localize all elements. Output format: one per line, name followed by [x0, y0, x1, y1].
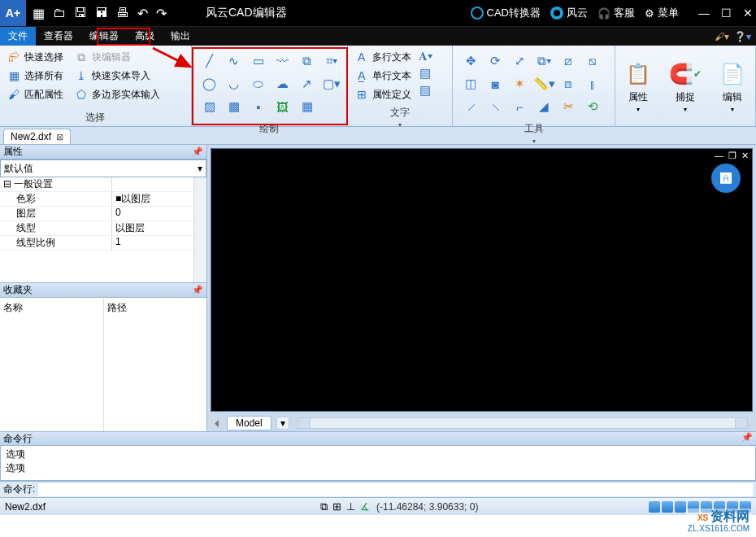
offset-tool-icon[interactable]: ◙	[484, 73, 506, 94]
menu-file[interactable]: 文件	[0, 27, 36, 46]
mirror-tool-icon[interactable]: ◫	[459, 73, 482, 94]
layout-menu-icon[interactable]: ▾	[276, 417, 289, 430]
edit-button[interactable]: 📄 编辑▾	[710, 56, 755, 116]
snap-button[interactable]: 🧲✔ 捕捉▾	[663, 56, 708, 116]
quick-entity-import-button[interactable]: ⤓快速实体导入	[72, 68, 162, 84]
pin-icon[interactable]: 📌	[192, 285, 203, 295]
align-tool-icon[interactable]: ⫿	[581, 73, 604, 94]
revcloud-tool-icon[interactable]: ☁	[272, 73, 294, 94]
prop-color-value[interactable]: ■以图层	[112, 192, 206, 206]
block-editor-button[interactable]: ⧉块编辑器	[72, 49, 162, 65]
trim-tool-icon[interactable]: ⟋	[459, 96, 482, 117]
pin-icon[interactable]: 📌	[741, 432, 753, 445]
command-log[interactable]: 选项 选项	[0, 445, 756, 481]
save-icon[interactable]: 🖫	[74, 6, 87, 20]
properties-scrollbar[interactable]	[193, 177, 206, 282]
horizontal-scrollbar[interactable]	[298, 417, 748, 429]
redo-icon[interactable]: ↷	[156, 6, 167, 21]
model-tab[interactable]: Model	[227, 416, 272, 430]
clip2-tool-icon[interactable]: ⧅	[581, 50, 604, 72]
fillet-tool-icon[interactable]: ⌐	[508, 96, 531, 117]
save-as-icon[interactable]: 🖬	[95, 6, 108, 20]
prop-group-general[interactable]: ⊟ 一般设置	[0, 177, 112, 191]
polygon-entity-input-button[interactable]: ⬠多边形实体输入	[72, 86, 162, 103]
text-panel-expand[interactable]: ▾	[348, 121, 453, 129]
measure-tool-icon[interactable]: 📏▾	[532, 73, 555, 94]
menu-editor[interactable]: 编辑器	[81, 27, 127, 46]
support-link[interactable]: 🎧客服	[597, 6, 635, 20]
textstyle-icon[interactable]: 𝐀▾	[419, 49, 432, 63]
spline-tool-icon[interactable]: 〰	[272, 50, 294, 72]
tools-panel-expand[interactable]: ▾	[453, 138, 615, 145]
status-snap-icon[interactable]: ⧉	[320, 500, 328, 513]
hatch-tool-icon[interactable]: ▨	[198, 96, 221, 117]
hatch2-tool-icon[interactable]: ▩	[223, 96, 245, 117]
canvas-minimize-icon[interactable]: —	[715, 151, 723, 161]
ray-tool-icon[interactable]: ↗	[296, 73, 319, 94]
canvas-close-icon[interactable]: ✕	[741, 151, 749, 161]
document-tab[interactable]: New2.dxf ⊠	[3, 129, 71, 144]
menu-advanced[interactable]: 高级	[127, 27, 163, 46]
command-input[interactable]	[38, 483, 753, 496]
minimize-button[interactable]: —	[698, 7, 710, 20]
polyline-tool-icon[interactable]: ∿	[223, 50, 245, 72]
extend-tool-icon[interactable]: ⟍	[484, 96, 506, 117]
properties-button[interactable]: 📋 属性▾	[615, 56, 661, 116]
help-icon[interactable]: ❔▾	[734, 31, 751, 42]
line-tool-icon[interactable]: ╱	[198, 50, 221, 72]
clip1-tool-icon[interactable]: ⧄	[557, 50, 580, 72]
undo-icon[interactable]: ↶	[137, 6, 148, 21]
explode-tool-icon[interactable]: ✶	[508, 73, 531, 94]
maximize-button[interactable]: ☐	[721, 7, 732, 20]
quick-select-button[interactable]: ⮳快速选择	[5, 49, 65, 65]
scale-tool-icon[interactable]: ⤢	[508, 50, 531, 72]
prop-layer-value[interactable]: 0	[112, 207, 206, 220]
layout-prev-icon[interactable]: ⏴	[212, 417, 222, 429]
ellipse-tool-icon[interactable]: ⬭	[247, 73, 270, 94]
canvas-restore-icon[interactable]: ❐	[728, 151, 736, 161]
chamfer-tool-icon[interactable]: ◢	[532, 96, 555, 117]
block-insert-icon[interactable]: ⧉	[296, 50, 319, 72]
mtext-button[interactable]: A多行文本	[353, 49, 413, 65]
new-icon[interactable]: ▦	[33, 6, 45, 21]
status-dot-icon[interactable]	[675, 501, 686, 513]
region-tool-icon[interactable]: ▢▾	[320, 73, 343, 94]
status-grid-icon[interactable]: ⊞	[332, 500, 341, 513]
prop-ltscale-value[interactable]: 1	[112, 236, 206, 250]
close-tab-icon[interactable]: ⊠	[56, 132, 63, 142]
selection-combo[interactable]: 默认值▾	[0, 159, 206, 177]
copy-tool-icon[interactable]: ⧉▾	[532, 50, 555, 72]
attdef-button[interactable]: ⊞属性定义	[353, 86, 413, 103]
point-tool-icon[interactable]: ▪	[247, 96, 270, 117]
status-dot-icon[interactable]	[662, 501, 673, 513]
texttool2-icon[interactable]: ▤	[419, 83, 432, 98]
fengyun-link[interactable]: 风云	[550, 6, 588, 20]
move-tool-icon[interactable]: ✥	[459, 50, 482, 72]
status-ortho-icon[interactable]: ⊥	[346, 500, 355, 513]
print-icon[interactable]: 🖶	[116, 6, 129, 20]
stext-button[interactable]: A̲单行文本	[353, 68, 413, 84]
cad-converter-link[interactable]: CAD转换器	[471, 6, 541, 20]
image-tool-icon[interactable]: 🖼	[272, 96, 294, 117]
match-properties-button[interactable]: 🖌匹配属性	[5, 86, 65, 103]
rectangle-tool-icon[interactable]: ▭	[247, 50, 270, 72]
grid-tool-icon[interactable]: ▦	[296, 96, 319, 117]
circle-tool-icon[interactable]: ◯	[198, 73, 221, 94]
close-button[interactable]: ✕	[743, 7, 753, 20]
table-tool-icon[interactable]: ⌗▾	[320, 50, 343, 72]
rotate-tool-icon[interactable]: ⟳	[484, 50, 506, 72]
open-icon[interactable]: 🗀	[53, 6, 66, 20]
array-tool-icon[interactable]: ⧈	[557, 73, 580, 94]
select-all-button[interactable]: ▦选择所有	[5, 68, 65, 84]
status-polar-icon[interactable]: ∡	[360, 500, 370, 513]
break-tool-icon[interactable]: ✂	[557, 96, 580, 117]
texttool1-icon[interactable]: ▤	[419, 66, 432, 81]
arc-tool-icon[interactable]: ◡	[223, 73, 245, 94]
brush-tool-icon[interactable]: 🖌▾	[715, 31, 729, 42]
drawing-canvas[interactable]: — ❐ ✕ 🅰	[211, 148, 753, 412]
refresh-tool-icon[interactable]: ⟲	[581, 96, 604, 117]
pin-icon[interactable]: 📌	[192, 146, 203, 157]
menu-output[interactable]: 输出	[163, 27, 198, 46]
menu-viewer[interactable]: 查看器	[36, 27, 81, 46]
status-dot-icon[interactable]	[649, 501, 660, 513]
